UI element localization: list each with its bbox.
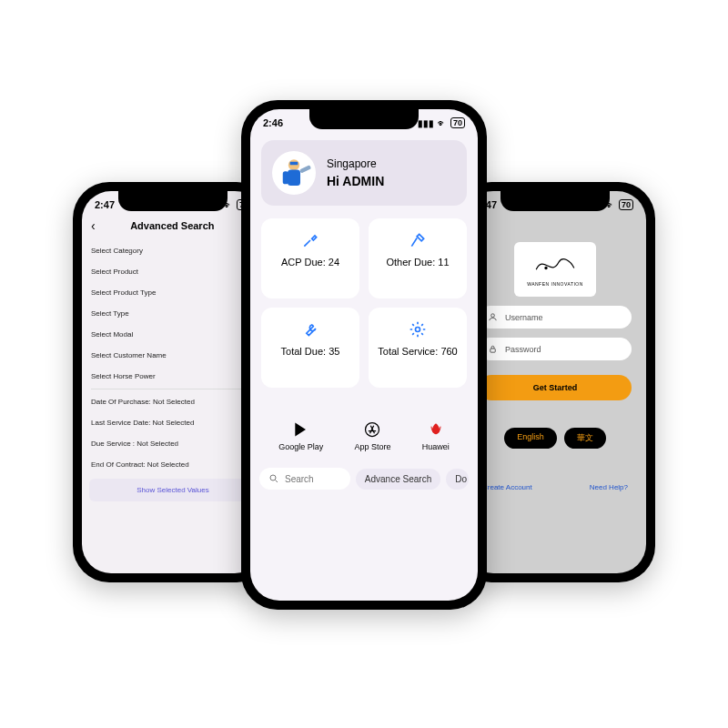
do-button[interactable]: Do	[446, 469, 469, 490]
wrench-icon	[301, 320, 319, 339]
username-field[interactable]: Username	[479, 306, 632, 329]
google-play-link[interactable]: Google Play	[278, 420, 323, 451]
end-of-contract[interactable]: End Of Contract: Not Selected	[91, 454, 255, 475]
app-store-link[interactable]: App Store	[354, 420, 390, 451]
avatar	[272, 151, 316, 195]
notch	[118, 191, 228, 211]
notch	[500, 191, 610, 211]
due-service[interactable]: Due Service : Not Selected	[91, 433, 255, 454]
svg-point-9	[491, 314, 495, 318]
advance-search-button[interactable]: Advance Search	[356, 469, 440, 490]
language-english-button[interactable]: English	[504, 428, 557, 449]
search-icon	[268, 473, 279, 484]
search-input[interactable]: Search	[259, 468, 350, 490]
tile-total-due[interactable]: Total Due: 35	[261, 308, 359, 388]
get-started-button[interactable]: Get Started	[479, 375, 632, 400]
select-product[interactable]: Select Product⌄	[91, 261, 255, 282]
select-type[interactable]: Select Type⌄	[91, 303, 255, 324]
tile-label: Total Due: 35	[281, 346, 340, 357]
page-title: Advanced Search	[90, 220, 255, 231]
svg-point-5	[416, 328, 420, 332]
wifi-icon: ᯤ	[438, 118, 447, 128]
google-play-icon	[292, 420, 310, 439]
svg-rect-2	[283, 171, 288, 184]
lock-icon	[488, 344, 498, 354]
phone-dashboard: 2:46 ▮▮▮ ᯤ 70	[241, 100, 487, 610]
status-time: 2:47	[95, 199, 115, 210]
tile-other-due[interactable]: Other Due: 11	[369, 218, 467, 298]
battery-icon: 70	[619, 199, 633, 210]
svg-rect-3	[299, 165, 311, 173]
battery-icon: 70	[450, 117, 465, 128]
show-selected-values-button[interactable]: Show Selected Values	[89, 479, 257, 501]
tile-label: Other Due: 11	[386, 257, 449, 268]
svg-rect-1	[288, 170, 300, 187]
svg-point-7	[270, 475, 276, 480]
svg-rect-4	[290, 162, 298, 166]
greeting-card: Singapore Hi ADMIN	[261, 140, 467, 206]
hammer-icon	[409, 231, 427, 249]
user-icon	[488, 312, 498, 322]
tile-acp-due[interactable]: ACP Due: 24	[261, 218, 359, 298]
status-time: 2:46	[263, 117, 283, 128]
screwdriver-icon	[301, 231, 319, 249]
filter-list: Select Category⌄ Select Product⌄ Select …	[82, 240, 264, 387]
svg-point-8	[544, 267, 547, 269]
password-field[interactable]: Password	[479, 338, 632, 360]
select-modal[interactable]: Select Modal⌄	[91, 324, 255, 345]
last-service-date[interactable]: Last Service Date: Not Selected	[91, 412, 255, 433]
tile-total-service[interactable]: Total Service: 760	[369, 308, 467, 388]
select-customer-name[interactable]: Select Customer Name⌄	[91, 345, 255, 366]
signal-icon: ▮▮▮	[418, 118, 434, 128]
app-store-icon	[363, 420, 381, 439]
date-of-purchase[interactable]: Date Of Purchase: Not Selected	[91, 391, 255, 412]
gear-icon	[409, 320, 427, 339]
tile-label: ACP Due: 24	[281, 257, 339, 268]
language-chinese-button[interactable]: 華文	[564, 428, 606, 449]
huawei-icon	[427, 420, 445, 439]
select-horse-power[interactable]: Select Horse Power⌄	[91, 366, 255, 387]
need-help-link[interactable]: Need Help?	[590, 483, 628, 491]
select-product-type[interactable]: Select Product Type⌄	[91, 282, 255, 303]
location-label: Singapore	[327, 157, 384, 170]
brand-logo: WANFEN INNOVATION	[514, 242, 596, 297]
divider	[91, 389, 255, 389]
select-category[interactable]: Select Category⌄	[91, 240, 255, 261]
huawei-link[interactable]: Huawei	[422, 420, 450, 451]
notch	[309, 109, 419, 129]
tile-label: Total Service: 760	[378, 346, 457, 357]
svg-rect-10	[490, 349, 496, 352]
greeting-label: Hi ADMIN	[327, 174, 384, 188]
store-links: Google Play App Store Huawei	[250, 393, 478, 460]
create-account-link[interactable]: Create Account	[482, 483, 532, 491]
